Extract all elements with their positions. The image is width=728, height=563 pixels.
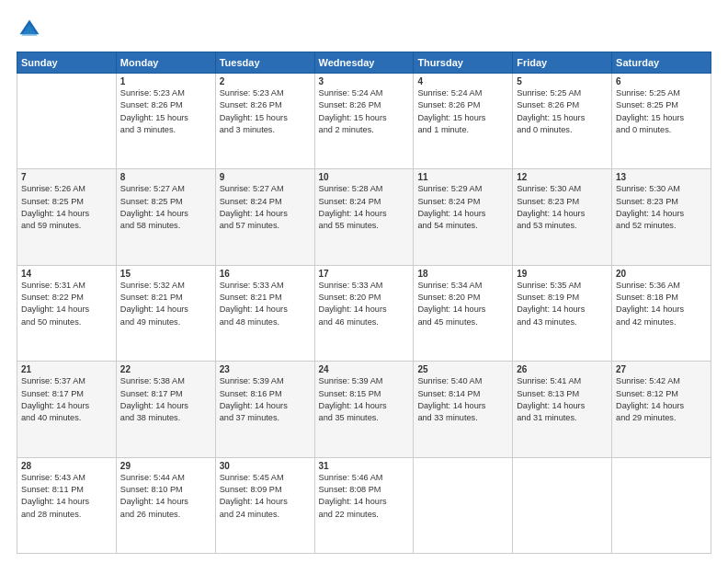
day-info: Sunrise: 5:25 AM Sunset: 8:25 PM Dayligh…: [616, 87, 707, 136]
day-cell: 14Sunrise: 5:31 AM Sunset: 8:22 PM Dayli…: [17, 265, 117, 361]
day-cell: 11Sunrise: 5:29 AM Sunset: 8:24 PM Dayli…: [414, 169, 513, 265]
header-row: SundayMondayTuesdayWednesdayThursdayFrid…: [17, 52, 711, 74]
day-number: 3: [319, 76, 410, 86]
day-cell: 10Sunrise: 5:28 AM Sunset: 8:24 PM Dayli…: [314, 169, 414, 265]
day-number: 22: [120, 364, 211, 374]
day-info: Sunrise: 5:33 AM Sunset: 8:21 PM Dayligh…: [220, 280, 311, 328]
day-cell: 1Sunrise: 5:23 AM Sunset: 8:26 PM Daylig…: [116, 74, 215, 169]
day-number: 13: [616, 172, 707, 182]
day-cell: 6Sunrise: 5:25 AM Sunset: 8:25 PM Daylig…: [612, 74, 711, 169]
day-cell: [513, 457, 612, 553]
day-info: Sunrise: 5:45 AM Sunset: 8:09 PM Dayligh…: [220, 472, 311, 521]
day-number: 17: [319, 269, 410, 279]
day-cell: 19Sunrise: 5:35 AM Sunset: 8:19 PM Dayli…: [513, 265, 612, 361]
day-info: Sunrise: 5:36 AM Sunset: 8:18 PM Dayligh…: [616, 280, 707, 328]
day-number: 4: [417, 76, 508, 86]
week-row: 1Sunrise: 5:23 AM Sunset: 8:26 PM Daylig…: [17, 74, 711, 169]
logo-icon: [17, 17, 42, 42]
day-number: 16: [220, 269, 311, 279]
day-cell: 24Sunrise: 5:39 AM Sunset: 8:15 PM Dayli…: [314, 362, 414, 457]
day-number: 27: [616, 364, 707, 374]
col-header-friday: Friday: [513, 52, 612, 74]
day-info: Sunrise: 5:29 AM Sunset: 8:24 PM Dayligh…: [417, 183, 508, 232]
day-info: Sunrise: 5:25 AM Sunset: 8:26 PM Dayligh…: [517, 87, 608, 136]
day-cell: 3Sunrise: 5:24 AM Sunset: 8:26 PM Daylig…: [314, 74, 414, 169]
day-cell: 29Sunrise: 5:44 AM Sunset: 8:10 PM Dayli…: [116, 457, 215, 553]
day-cell: 7Sunrise: 5:26 AM Sunset: 8:25 PM Daylig…: [17, 169, 117, 265]
day-number: 20: [616, 269, 707, 279]
day-info: Sunrise: 5:28 AM Sunset: 8:24 PM Dayligh…: [319, 183, 410, 232]
day-cell: 21Sunrise: 5:37 AM Sunset: 8:17 PM Dayli…: [17, 362, 117, 457]
day-number: 9: [220, 172, 311, 182]
day-info: Sunrise: 5:37 AM Sunset: 8:17 PM Dayligh…: [21, 375, 112, 424]
day-number: 14: [21, 269, 112, 279]
day-number: 19: [517, 269, 608, 279]
day-cell: 20Sunrise: 5:36 AM Sunset: 8:18 PM Dayli…: [612, 265, 711, 361]
day-info: Sunrise: 5:41 AM Sunset: 8:13 PM Dayligh…: [517, 375, 608, 424]
day-number: 21: [21, 364, 112, 374]
col-header-saturday: Saturday: [612, 52, 711, 74]
day-cell: 30Sunrise: 5:45 AM Sunset: 8:09 PM Dayli…: [215, 457, 314, 553]
day-number: 29: [120, 461, 211, 471]
day-number: 15: [120, 269, 211, 279]
day-info: Sunrise: 5:33 AM Sunset: 8:20 PM Dayligh…: [319, 280, 410, 328]
day-cell: 31Sunrise: 5:46 AM Sunset: 8:08 PM Dayli…: [314, 457, 414, 553]
day-info: Sunrise: 5:27 AM Sunset: 8:25 PM Dayligh…: [120, 183, 211, 232]
day-cell: 16Sunrise: 5:33 AM Sunset: 8:21 PM Dayli…: [215, 265, 314, 361]
col-header-tuesday: Tuesday: [215, 52, 314, 74]
day-cell: 9Sunrise: 5:27 AM Sunset: 8:24 PM Daylig…: [215, 169, 314, 265]
day-cell: 18Sunrise: 5:34 AM Sunset: 8:20 PM Dayli…: [414, 265, 513, 361]
day-info: Sunrise: 5:23 AM Sunset: 8:26 PM Dayligh…: [120, 87, 211, 136]
day-cell: 17Sunrise: 5:33 AM Sunset: 8:20 PM Dayli…: [314, 265, 414, 361]
day-number: 12: [517, 172, 608, 182]
day-info: Sunrise: 5:40 AM Sunset: 8:14 PM Dayligh…: [417, 375, 508, 424]
week-row: 28Sunrise: 5:43 AM Sunset: 8:11 PM Dayli…: [17, 457, 711, 553]
col-header-monday: Monday: [116, 52, 215, 74]
day-info: Sunrise: 5:43 AM Sunset: 8:11 PM Dayligh…: [21, 472, 112, 521]
col-header-sunday: Sunday: [17, 52, 117, 74]
day-info: Sunrise: 5:31 AM Sunset: 8:22 PM Dayligh…: [21, 280, 112, 328]
day-info: Sunrise: 5:46 AM Sunset: 8:08 PM Dayligh…: [319, 472, 410, 521]
day-info: Sunrise: 5:32 AM Sunset: 8:21 PM Dayligh…: [120, 280, 211, 328]
day-number: 8: [120, 172, 211, 182]
week-row: 7Sunrise: 5:26 AM Sunset: 8:25 PM Daylig…: [17, 169, 711, 265]
calendar-table: SundayMondayTuesdayWednesdayThursdayFrid…: [17, 52, 711, 554]
day-number: 5: [517, 76, 608, 86]
day-info: Sunrise: 5:23 AM Sunset: 8:26 PM Dayligh…: [220, 87, 311, 136]
day-number: 18: [417, 269, 508, 279]
day-cell: 13Sunrise: 5:30 AM Sunset: 8:23 PM Dayli…: [612, 169, 711, 265]
day-cell: [414, 457, 513, 553]
day-cell: 22Sunrise: 5:38 AM Sunset: 8:17 PM Dayli…: [116, 362, 215, 457]
day-cell: 15Sunrise: 5:32 AM Sunset: 8:21 PM Dayli…: [116, 265, 215, 361]
day-number: 28: [21, 461, 112, 471]
day-number: 7: [21, 172, 112, 182]
day-cell: [612, 457, 711, 553]
day-number: 10: [319, 172, 410, 182]
day-cell: 23Sunrise: 5:39 AM Sunset: 8:16 PM Dayli…: [215, 362, 314, 457]
day-number: 2: [220, 76, 311, 86]
header: [17, 17, 711, 42]
day-cell: 12Sunrise: 5:30 AM Sunset: 8:23 PM Dayli…: [513, 169, 612, 265]
day-number: 1: [120, 76, 211, 86]
day-number: 6: [616, 76, 707, 86]
day-cell: 8Sunrise: 5:27 AM Sunset: 8:25 PM Daylig…: [116, 169, 215, 265]
day-info: Sunrise: 5:44 AM Sunset: 8:10 PM Dayligh…: [120, 472, 211, 521]
day-info: Sunrise: 5:26 AM Sunset: 8:25 PM Dayligh…: [21, 183, 112, 232]
col-header-thursday: Thursday: [414, 52, 513, 74]
day-cell: 27Sunrise: 5:42 AM Sunset: 8:12 PM Dayli…: [612, 362, 711, 457]
day-number: 24: [319, 364, 410, 374]
day-info: Sunrise: 5:24 AM Sunset: 8:26 PM Dayligh…: [319, 87, 410, 136]
logo: [17, 17, 46, 42]
col-header-wednesday: Wednesday: [314, 52, 414, 74]
day-info: Sunrise: 5:30 AM Sunset: 8:23 PM Dayligh…: [517, 183, 608, 232]
day-info: Sunrise: 5:30 AM Sunset: 8:23 PM Dayligh…: [616, 183, 707, 232]
day-number: 25: [417, 364, 508, 374]
day-cell: 25Sunrise: 5:40 AM Sunset: 8:14 PM Dayli…: [414, 362, 513, 457]
day-cell: 5Sunrise: 5:25 AM Sunset: 8:26 PM Daylig…: [513, 74, 612, 169]
day-info: Sunrise: 5:39 AM Sunset: 8:15 PM Dayligh…: [319, 375, 410, 424]
day-info: Sunrise: 5:24 AM Sunset: 8:26 PM Dayligh…: [417, 87, 508, 136]
day-info: Sunrise: 5:35 AM Sunset: 8:19 PM Dayligh…: [517, 280, 608, 328]
day-number: 23: [220, 364, 311, 374]
week-row: 14Sunrise: 5:31 AM Sunset: 8:22 PM Dayli…: [17, 265, 711, 361]
day-number: 11: [417, 172, 508, 182]
